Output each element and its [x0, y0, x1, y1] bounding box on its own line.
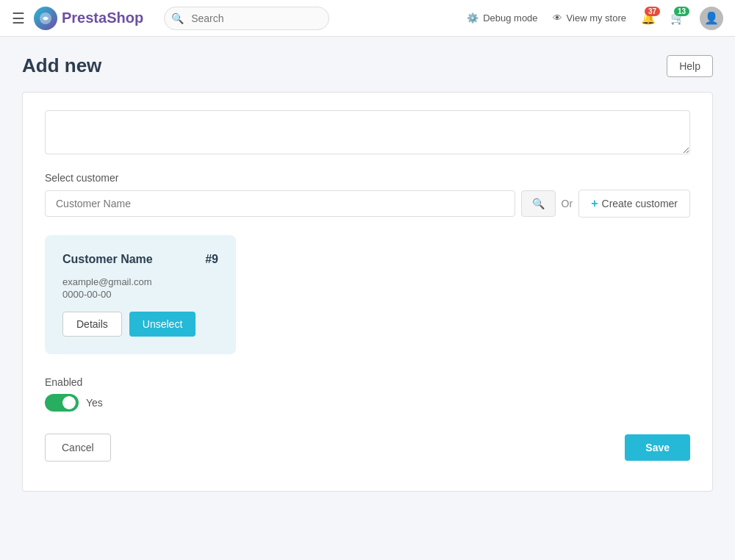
top-textarea[interactable]: [45, 110, 690, 154]
or-separator: Or: [562, 198, 573, 209]
customer-card-email: example@gmail.com: [62, 276, 218, 287]
save-button[interactable]: Save: [625, 434, 690, 461]
enabled-label: Enabled: [45, 376, 690, 388]
page-title: Add new: [22, 54, 101, 77]
search-icon: 🔍: [532, 198, 545, 209]
toggle-slider: [45, 394, 79, 412]
eye-icon: 👁: [553, 12, 562, 24]
select-customer-label: Select customer: [45, 172, 690, 184]
enabled-section: Enabled Yes: [45, 376, 690, 412]
customer-card-header: Customer Name #9: [62, 253, 218, 266]
notification-badge: 37: [645, 7, 660, 16]
header-right: ⚙️ Debug mode 👁 View my store 🔔 37 🛒 13 …: [467, 7, 723, 30]
create-customer-button[interactable]: + Create customer: [578, 190, 690, 218]
notifications-button[interactable]: 🔔 37: [641, 11, 656, 25]
footer-buttons: Cancel Save: [45, 434, 690, 469]
plus-icon: +: [591, 197, 598, 210]
create-customer-label: Create customer: [602, 198, 678, 209]
customer-card-date: 0000-00-00: [62, 289, 218, 300]
unselect-button[interactable]: Unselect: [129, 312, 196, 337]
details-button[interactable]: Details: [62, 312, 122, 337]
toggle-row: Yes: [45, 394, 690, 412]
customer-card-id: #9: [205, 253, 218, 266]
debug-icon: ⚙️: [467, 12, 478, 24]
avatar-icon: 👤: [704, 11, 719, 25]
view-store-label: View my store: [567, 12, 626, 24]
search-wrapper: 🔍: [164, 7, 329, 30]
header: ☰ PrestaShop 🔍 ⚙️ Debug mode 👁 View my s…: [0, 0, 735, 37]
cancel-button[interactable]: Cancel: [45, 434, 111, 462]
form-area: Select customer 🔍 Or + Create customer C…: [22, 92, 713, 492]
header-left: ☰ PrestaShop 🔍: [12, 7, 329, 30]
customer-card: Customer Name #9 example@gmail.com 0000-…: [45, 235, 236, 354]
customer-name-input[interactable]: [45, 190, 515, 217]
cart-badge: 13: [674, 7, 689, 16]
logo-icon: [34, 7, 57, 30]
customer-search-row: 🔍 Or + Create customer: [45, 190, 690, 218]
customer-card-name: Customer Name: [62, 253, 153, 266]
menu-icon[interactable]: ☰: [12, 10, 25, 27]
search-icon: 🔍: [171, 12, 184, 24]
logo: PrestaShop: [34, 7, 143, 30]
debug-mode-button[interactable]: ⚙️ Debug mode: [467, 12, 537, 24]
user-avatar[interactable]: 👤: [700, 7, 723, 30]
cart-button[interactable]: 🛒 13: [670, 11, 685, 25]
toggle-yes-label: Yes: [86, 397, 103, 409]
enabled-toggle[interactable]: [45, 394, 79, 412]
debug-mode-label: Debug mode: [483, 12, 537, 24]
help-button[interactable]: Help: [667, 55, 713, 77]
view-store-button[interactable]: 👁 View my store: [553, 12, 626, 24]
main-content: Add new Help Select customer 🔍 Or + Crea…: [0, 37, 735, 509]
logo-text: PrestaShop: [62, 10, 143, 26]
page-header: Add new Help: [22, 54, 713, 77]
customer-card-actions: Details Unselect: [62, 312, 218, 337]
search-input[interactable]: [164, 7, 329, 30]
customer-search-button[interactable]: 🔍: [521, 190, 556, 217]
